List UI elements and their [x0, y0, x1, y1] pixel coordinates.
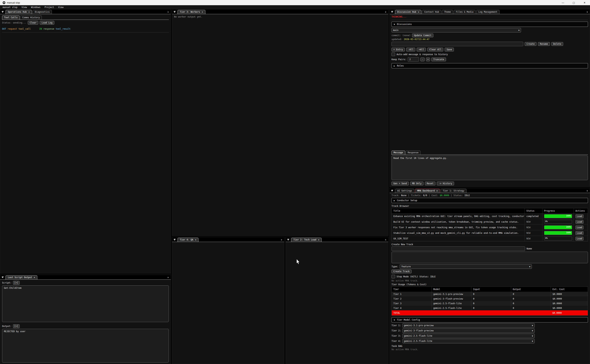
tab-close-icon[interactable]: ✕	[418, 11, 419, 13]
update-commit-button[interactable]: Update Commit	[412, 33, 433, 37]
track-title: Enhance existing MMA orchestration GUI: …	[392, 214, 524, 219]
add-entry-button[interactable]: + Entry	[392, 48, 405, 52]
subtab-message[interactable]: Message	[392, 150, 405, 155]
to-history-button[interactable]: -> History	[437, 182, 454, 185]
panel-close-icon[interactable]: ✕	[383, 11, 388, 14]
tab-log-management[interactable]: Log Management	[476, 10, 500, 14]
panel-close-icon[interactable]: ✕	[383, 238, 388, 242]
tab-diagnostics[interactable]: Diagnostics	[33, 10, 52, 14]
panel-close-icon[interactable]: ✕	[585, 189, 590, 193]
tab-close-icon[interactable]: ✕	[195, 238, 196, 241]
load-button[interactable]: Load	[576, 226, 583, 229]
rename-button[interactable]: Rename	[538, 42, 550, 46]
load-log-button[interactable]: Load Log	[40, 21, 54, 25]
tab-list-dropdown-icon[interactable]	[390, 9, 395, 14]
reset-button[interactable]: Reset	[425, 182, 435, 185]
tab-tier2-tech-lead[interactable]: Tier 2: Tech Lead ✕	[291, 238, 322, 242]
menu-item-view[interactable]: View	[21, 6, 27, 9]
tab-last-script-output[interactable]: Last Script Output ✕	[6, 275, 37, 280]
script-expand-button[interactable]: [+]	[13, 281, 20, 285]
new-track-description-textarea[interactable]	[392, 252, 588, 263]
tab-tier4-qa[interactable]: Tier 4: QA ✕	[178, 238, 198, 242]
tab-list-dropdown-icon[interactable]	[0, 9, 5, 14]
load-button[interactable]: Load	[576, 237, 583, 240]
keep-pairs-decrement-button[interactable]: -	[420, 58, 424, 61]
new-track-name-input[interactable]	[392, 247, 525, 251]
mma-tabstrip: AI Settings MMA Dashboard ✕ Tier 1: Stra…	[390, 188, 590, 193]
tab-tier1-strategy[interactable]: Tier 1: Strategy	[441, 189, 467, 193]
tab-context-hub[interactable]: Context Hub	[422, 10, 441, 14]
subtab-response[interactable]: Response	[406, 150, 421, 155]
tab-list-dropdown-icon[interactable]	[390, 188, 395, 193]
roles-section-header[interactable]: ▶ Roles	[392, 63, 588, 68]
minimize-icon[interactable]: —	[557, 0, 568, 5]
track-status: NEW	[524, 219, 542, 224]
menu-item-project[interactable]: Project	[45, 6, 54, 9]
md-only-button[interactable]: MD Only	[410, 182, 423, 185]
legend-in: IN	[39, 28, 42, 30]
tab-list-dropdown-icon[interactable]	[0, 275, 5, 280]
menu-item-view-2[interactable]: View	[58, 6, 64, 9]
output-textarea[interactable]: REJECTED by user	[2, 329, 169, 363]
tab-mma-dashboard[interactable]: MMA Dashboard ✕	[415, 189, 440, 193]
tier3-tabstrip: Tier 3: Workers ✕ ✕	[172, 9, 388, 14]
tab-discussion-hub[interactable]: Discussion Hub ✕	[395, 10, 421, 14]
minus-all-button[interactable]: -All	[406, 48, 416, 52]
tab-ai-settings[interactable]: AI Settings	[395, 189, 414, 193]
tab-theme[interactable]: Theme	[442, 10, 453, 14]
tier2-model-select[interactable]: gemini-3-flash-preview ▼	[402, 328, 535, 333]
keep-pairs-input[interactable]: 2	[408, 57, 419, 62]
save-button[interactable]: Save	[445, 48, 454, 52]
panel-close-icon[interactable]: ✕	[279, 238, 284, 242]
clear-button[interactable]: Clear	[28, 21, 38, 25]
subtab-tool-calls[interactable]: Tool Calls	[2, 15, 20, 20]
load-button[interactable]: Load	[576, 231, 583, 235]
truncate-button[interactable]: Truncate	[431, 58, 446, 61]
output-expand-button[interactable]: [+]	[13, 324, 20, 328]
discussion-select[interactable]: main ▼	[392, 28, 521, 32]
gen-send-button[interactable]: Gen + Send	[392, 182, 409, 185]
load-button[interactable]: Load	[576, 220, 583, 224]
clear-all-button[interactable]: Clear All	[427, 48, 443, 52]
close-icon[interactable]: ✕	[579, 0, 590, 5]
tab-list-dropdown-icon[interactable]	[172, 9, 177, 14]
message-textarea[interactable]: Read the first 10 lines of aggregate.py.	[392, 156, 588, 180]
subtab-comms-history[interactable]: Comms History	[20, 15, 42, 20]
script-textarea[interactable]: Get-ChildItem	[2, 285, 169, 322]
tier4-model-select[interactable]: gemini-2.5-flash-lite ▼	[402, 339, 535, 343]
tier3-model-select[interactable]: gemini-2.5-flash-lite ▼	[402, 334, 535, 338]
tab-close-icon[interactable]: ✕	[436, 189, 438, 192]
step-mode-checkbox[interactable]	[392, 275, 395, 278]
panel-close-icon[interactable]: ✕	[166, 276, 171, 280]
tier-model-config-header[interactable]: ▼ Tier Model Config	[392, 317, 588, 322]
track-browser-label: Track Browser	[392, 205, 588, 207]
type-label: Type:	[392, 265, 398, 268]
tab-close-icon[interactable]: ✕	[34, 276, 35, 279]
menu-item-windows[interactable]: Windows	[31, 6, 40, 9]
tab-tier3-workers[interactable]: Tier 3: Workers ✕	[178, 10, 205, 14]
discussion-name-input[interactable]	[392, 42, 523, 46]
tab-list-dropdown-icon[interactable]	[286, 237, 291, 242]
create-track-button[interactable]: Create Track	[392, 270, 411, 273]
track-type-select[interactable]: feature ▼	[400, 264, 532, 269]
panel-close-icon[interactable]: ✕	[585, 11, 590, 14]
tab-files-media[interactable]: Files & Media	[454, 10, 476, 14]
autoadd-checkbox[interactable]	[392, 52, 395, 56]
create-button[interactable]: Create	[525, 42, 536, 46]
tab-close-icon[interactable]: ✕	[28, 11, 30, 13]
tab-operations-hub[interactable]: Operations Hub ✕	[6, 10, 32, 14]
tab-close-icon[interactable]: ✕	[202, 11, 203, 13]
tier1-model-select[interactable]: gemini-3.1-pro-preview ▼	[402, 323, 535, 328]
delete-button[interactable]: Delete	[551, 42, 563, 46]
plus-all-button[interactable]: +All	[417, 48, 426, 52]
panel-close-icon[interactable]: ✕	[166, 11, 171, 14]
track-row: Enhance existing MMA orchestration GUI: …	[392, 213, 588, 219]
keep-pairs-increment-button[interactable]: +	[426, 58, 430, 61]
menu-item-app[interactable]: manual slop	[3, 6, 17, 9]
tab-list-dropdown-icon[interactable]	[172, 237, 177, 242]
discussions-section-header[interactable]: ▼ Discussions	[392, 22, 588, 27]
tab-close-icon[interactable]: ✕	[318, 238, 319, 241]
maximize-icon[interactable]: ▢	[568, 0, 579, 5]
load-button[interactable]: Load	[576, 214, 583, 218]
conductor-setup-header[interactable]: ▶ Conductor Setup	[392, 198, 588, 203]
